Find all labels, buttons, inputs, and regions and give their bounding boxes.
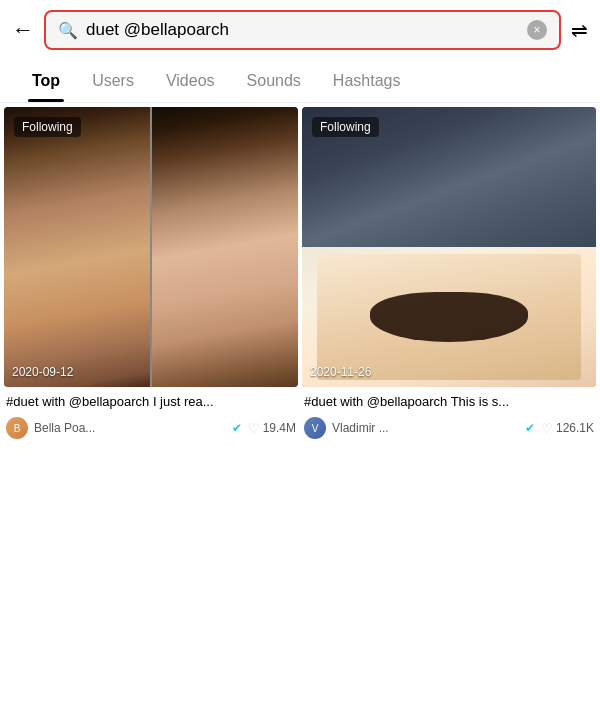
header: ← 🔍 duet @bellapoarch × ⇌	[0, 0, 600, 60]
like-count-2: 126.1K	[556, 421, 594, 435]
following-badge-1: Following	[14, 117, 81, 137]
tab-users[interactable]: Users	[76, 60, 150, 102]
heart-icon-1: ♡	[248, 421, 260, 436]
video-card-2[interactable]: Following 2020-11-26 #duet with @bellapo…	[302, 107, 596, 443]
search-query-text: duet @bellapoarch	[86, 20, 519, 40]
thumb-split-2	[302, 107, 596, 387]
search-bar[interactable]: 🔍 duet @bellapoarch ×	[44, 10, 561, 50]
tab-sounds[interactable]: Sounds	[231, 60, 317, 102]
like-area-1: ♡ 19.4M	[248, 421, 296, 436]
search-icon: 🔍	[58, 21, 78, 40]
card-meta-1: B Bella Poa... ✔ ♡ 19.4M	[6, 417, 296, 439]
tab-videos[interactable]: Videos	[150, 60, 231, 102]
clear-button[interactable]: ×	[527, 20, 547, 40]
heart-icon-2: ♡	[541, 421, 553, 436]
verified-icon-2: ✔	[525, 421, 535, 435]
video-date-2: 2020-11-26	[310, 365, 371, 379]
video-grid: Following 2020-09-12 #duet with @bellapo…	[0, 103, 600, 447]
author-2: Vladimir ...	[332, 421, 519, 435]
card-meta-2: V Vladimir ... ✔ ♡ 126.1K	[304, 417, 594, 439]
author-1: Bella Poa...	[34, 421, 226, 435]
back-button[interactable]: ←	[12, 17, 34, 43]
video-card-1[interactable]: Following 2020-09-12 #duet with @bellapo…	[4, 107, 298, 443]
card-title-1: #duet with @bellapoarch I just rea...	[6, 393, 296, 411]
following-badge-2: Following	[312, 117, 379, 137]
avatar-2: V	[304, 417, 326, 439]
video-thumbnail-2: Following 2020-11-26	[302, 107, 596, 387]
tab-hashtags[interactable]: Hashtags	[317, 60, 417, 102]
tabs-bar: Top Users Videos Sounds Hashtags	[0, 60, 600, 103]
video-thumbnail-1: Following 2020-09-12	[4, 107, 298, 387]
like-area-2: ♡ 126.1K	[541, 421, 594, 436]
filter-button[interactable]: ⇌	[571, 18, 588, 42]
card-info-2: #duet with @bellapoarch This is s... V V…	[302, 387, 596, 443]
tab-top[interactable]: Top	[16, 60, 76, 102]
like-count-1: 19.4M	[263, 421, 296, 435]
avatar-1: B	[6, 417, 28, 439]
video-date-1: 2020-09-12	[12, 365, 73, 379]
card-info-1: #duet with @bellapoarch I just rea... B …	[4, 387, 298, 443]
card-title-2: #duet with @bellapoarch This is s...	[304, 393, 594, 411]
verified-icon-1: ✔	[232, 421, 242, 435]
